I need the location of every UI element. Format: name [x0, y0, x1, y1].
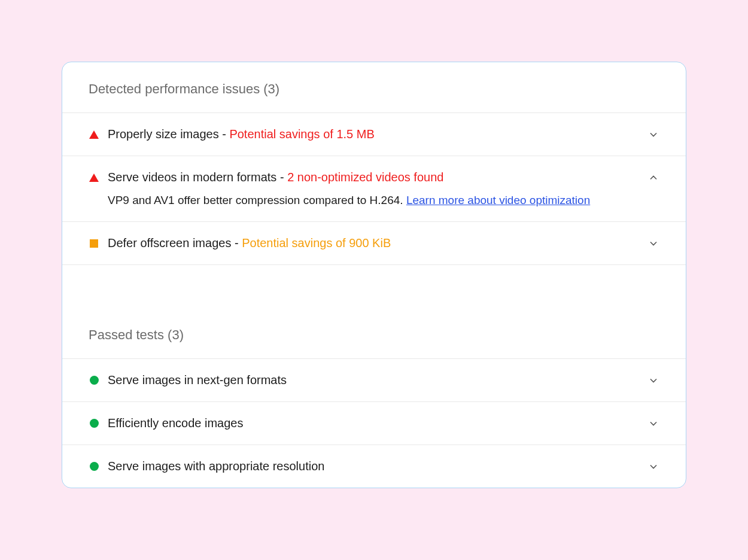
issue-title: Defer offscreen images - Potential savin…: [108, 236, 647, 250]
issue-row-video-formats[interactable]: Serve videos in modern formats - 2 non-o…: [62, 156, 686, 222]
chevron-down-icon: [647, 238, 659, 249]
passed-title: Passed tests (3): [89, 327, 659, 343]
issue-row-defer-images[interactable]: Defer offscreen images - Potential savin…: [62, 222, 686, 265]
chevron-down-icon: [647, 375, 659, 386]
passed-row-nextgen[interactable]: Serve images in next-gen formats: [62, 359, 686, 402]
pass-circle-icon: [89, 375, 99, 386]
issue-description: VP9 and AV1 offer better compression com…: [89, 184, 659, 207]
passed-header: Passed tests (3): [62, 265, 686, 359]
issues-header: Detected performance issues (3): [62, 62, 686, 113]
learn-more-link[interactable]: Learn more about video optimization: [406, 194, 590, 206]
issue-title: Serve videos in modern formats - 2 non-o…: [108, 171, 647, 184]
warning-square-icon: [89, 238, 99, 249]
chevron-up-icon: [647, 172, 659, 184]
issue-title: Properly size images - Potential savings…: [108, 127, 647, 141]
pass-circle-icon: [89, 418, 99, 429]
chevron-down-icon: [647, 418, 659, 430]
passed-row-encode[interactable]: Efficiently encode images: [62, 402, 686, 445]
passed-title-text: Efficiently encode images: [108, 416, 647, 430]
passed-row-resolution[interactable]: Serve images with appropriate resolution: [62, 445, 686, 488]
issue-row-size-images[interactable]: Properly size images - Potential savings…: [62, 113, 686, 156]
issues-title: Detected performance issues (3): [89, 81, 659, 97]
warning-triangle-icon: [89, 129, 99, 140]
pass-circle-icon: [89, 461, 99, 472]
passed-title-text: Serve images in next-gen formats: [108, 373, 647, 387]
chevron-down-icon: [647, 129, 659, 141]
warning-triangle-icon: [89, 172, 99, 183]
chevron-down-icon: [647, 461, 659, 473]
passed-title-text: Serve images with appropriate resolution: [108, 459, 647, 473]
performance-panel: Detected performance issues (3) Properly…: [62, 62, 686, 488]
